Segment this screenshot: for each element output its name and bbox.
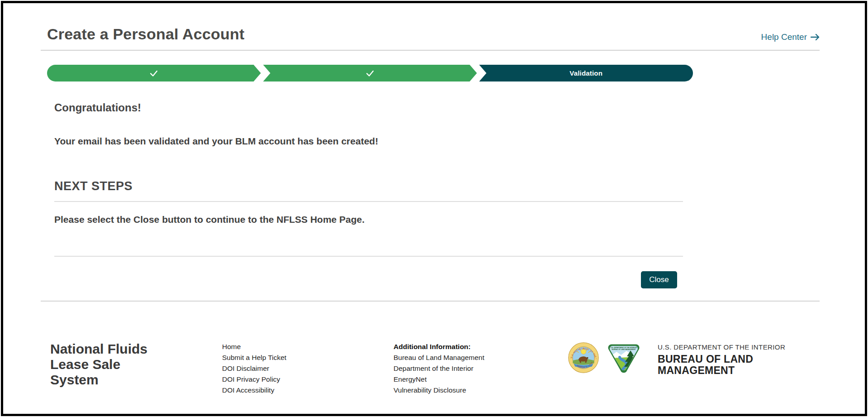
page-title: Create a Personal Account	[41, 24, 244, 44]
action-bar: Close	[54, 271, 683, 288]
blm-logo-text-2: BUREAU OF LAND MANAGEMENT	[612, 349, 636, 350]
footer-link-blm[interactable]: Bureau of Land Management	[394, 352, 526, 363]
footer-link-home[interactable]: Home	[222, 341, 331, 352]
header-divider	[41, 50, 820, 51]
page-container: Create a Personal Account Help Center Va…	[3, 3, 865, 396]
header: Create a Personal Account Help Center	[41, 3, 820, 44]
window-frame: Create a Personal Account Help Center Va…	[1, 1, 867, 416]
additional-info-header: Additional Information:	[394, 341, 526, 352]
footer-link-doi-privacy[interactable]: DOI Privacy Policy	[222, 374, 331, 385]
blm-wordmark-line1: BUREAU OF LAND	[658, 354, 785, 365]
footer-link-energynet[interactable]: EnergyNet	[394, 374, 526, 385]
blm-wordmark-line2: MANAGEMENT	[658, 365, 785, 376]
main-content: Congratulations! Your email has been val…	[41, 101, 820, 288]
footer-logos: U.S. DEPARTMENT OF THE INTERIOR MARCH 3,…	[568, 341, 640, 374]
congratulations-heading: Congratulations!	[54, 101, 820, 115]
next-steps-section: NEXT STEPS Please select the Close butto…	[54, 179, 683, 288]
progress-stepper: Validation	[47, 65, 693, 81]
next-steps-heading: NEXT STEPS	[54, 179, 683, 193]
check-icon	[365, 68, 375, 78]
footer: National Fluids Lease Sale System Home S…	[41, 341, 820, 396]
dept-interior-label: U.S. DEPARTMENT OF THE INTERIOR	[658, 342, 785, 352]
validation-message: Your email has been validated and your B…	[54, 135, 820, 147]
step-3-validation: Validation	[479, 65, 693, 81]
help-center-link[interactable]: Help Center	[761, 32, 820, 44]
step-label: Validation	[569, 69, 602, 77]
form-bottom-divider	[54, 256, 683, 257]
brand-line: National Fluids	[50, 341, 186, 357]
doi-seal-icon: U.S. DEPARTMENT OF THE INTERIOR MARCH 3,…	[568, 342, 599, 373]
footer-nav-links: Home Submit a Help Ticket DOI Disclaimer…	[222, 341, 331, 396]
step-2-complete	[263, 65, 477, 81]
footer-link-help-ticket[interactable]: Submit a Help Ticket	[222, 352, 331, 363]
close-button[interactable]: Close	[641, 271, 677, 288]
step-1-complete	[47, 65, 261, 81]
footer-link-doi-disclaimer[interactable]: DOI Disclaimer	[222, 363, 331, 374]
footer-link-doi[interactable]: Department of the Interior	[394, 363, 526, 374]
brand-line: Lease Sale	[50, 357, 186, 372]
arrow-right-icon	[811, 34, 820, 41]
close-instruction: Please select the Close button to contin…	[54, 214, 683, 225]
next-steps-divider	[54, 201, 683, 202]
blm-logo-icon: U.S. DEPARTMENT OF THE INTERIOR BUREAU O…	[607, 342, 640, 374]
help-center-label: Help Center	[761, 32, 807, 42]
brand-line: System	[50, 372, 186, 388]
footer-link-doi-accessibility[interactable]: DOI Accessibility	[222, 385, 331, 396]
footer-link-vulnerability[interactable]: Vulnerability Disclosure	[394, 385, 526, 396]
footer-additional-info: Additional Information: Bureau of Land M…	[394, 341, 526, 396]
footer-dept-wordmark: U.S. DEPARTMENT OF THE INTERIOR BUREAU O…	[658, 341, 785, 376]
check-icon	[149, 68, 159, 78]
footer-divider	[41, 301, 820, 302]
footer-brand: National Fluids Lease Sale System	[50, 341, 186, 388]
